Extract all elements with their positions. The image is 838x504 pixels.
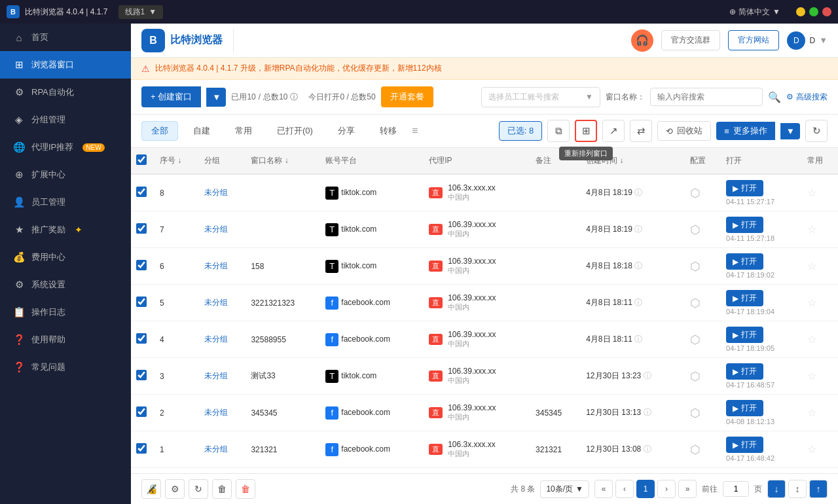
- batch-refresh-button[interactable]: ↻: [189, 479, 208, 499]
- close-button[interactable]: ×: [822, 7, 831, 16]
- star-button[interactable]: ☆: [807, 444, 816, 455]
- sidebar-item-proxy[interactable]: 🌐 代理IP推荐 NEW: [0, 134, 131, 161]
- sidebar-item-settings[interactable]: ⚙ 系统设置: [0, 271, 131, 298]
- more-actions-dropdown[interactable]: ▼: [780, 123, 800, 139]
- recycle-bin-button[interactable]: ⟲ 回收站: [657, 121, 711, 141]
- create-window-button[interactable]: + 创建窗口: [141, 86, 201, 107]
- fingerprint-button[interactable]: ⬡: [690, 223, 701, 236]
- fingerprint-button[interactable]: ⬡: [690, 406, 701, 420]
- fingerprint-button[interactable]: ⬡: [690, 187, 701, 200]
- fingerprint-button[interactable]: ⬡: [690, 443, 701, 456]
- next-page-button[interactable]: ›: [657, 480, 676, 498]
- created-info-icon[interactable]: ⓘ: [634, 225, 642, 234]
- open-window-button[interactable]: ▶ 打开: [726, 253, 763, 270]
- row-checkbox[interactable]: [136, 260, 147, 270]
- window-name-search[interactable]: [650, 88, 763, 106]
- filter-self[interactable]: 自建: [183, 121, 220, 141]
- maximize-button[interactable]: □: [809, 7, 818, 16]
- batch-recycle-button[interactable]: 🗑: [212, 479, 232, 499]
- sidebar-item-billing[interactable]: 💰 费用中心: [0, 243, 131, 271]
- batch-delete-button[interactable]: 🗑: [236, 479, 255, 499]
- row-checkbox[interactable]: [136, 443, 147, 454]
- search-button[interactable]: 🔍: [768, 91, 781, 103]
- star-button[interactable]: ☆: [807, 334, 816, 345]
- star-button[interactable]: ☆: [807, 407, 816, 418]
- move-action-button[interactable]: ⇄: [630, 120, 652, 142]
- sidebar-item-logs[interactable]: 📋 操作日志: [0, 298, 131, 326]
- fingerprint-button[interactable]: ⬡: [690, 260, 701, 273]
- upgrade-button[interactable]: 开通套餐: [381, 86, 433, 107]
- row-checkbox[interactable]: [136, 370, 147, 380]
- first-page-button[interactable]: «: [594, 480, 613, 498]
- open-window-button[interactable]: ▶ 打开: [726, 327, 763, 343]
- sidebar-item-employees[interactable]: 👤 员工管理: [0, 189, 131, 216]
- fingerprint-button[interactable]: ⬡: [690, 297, 701, 310]
- sidebar-item-faq[interactable]: ❓ 常见问题: [0, 353, 131, 381]
- filter-all[interactable]: 全部: [141, 121, 178, 141]
- row-checkbox[interactable]: [136, 406, 147, 417]
- created-info-icon[interactable]: ⓘ: [644, 444, 651, 454]
- open-window-button[interactable]: ▶ 打开: [726, 180, 763, 196]
- open-window-button[interactable]: ▶ 打开: [726, 217, 763, 233]
- star-button[interactable]: ☆: [807, 370, 816, 382]
- open-window-button[interactable]: ▶ 打开: [726, 290, 763, 306]
- open-window-button[interactable]: ▶ 打开: [726, 437, 763, 453]
- per-page-selector[interactable]: 10条/页 ▼: [540, 480, 589, 498]
- sidebar-item-home[interactable]: ⌂ 首页: [0, 24, 131, 51]
- community-button[interactable]: 官方交流群: [661, 30, 720, 50]
- filter-more-icon[interactable]: ≡: [412, 125, 418, 137]
- open-window-button[interactable]: ▶ 打开: [726, 363, 763, 380]
- created-info-icon[interactable]: ⓘ: [634, 261, 642, 270]
- filter-common[interactable]: 常用: [225, 121, 262, 141]
- star-button[interactable]: ☆: [807, 187, 816, 198]
- employee-selector[interactable]: 选择员工工账号搜索 ▼: [481, 87, 600, 107]
- filter-open[interactable]: 已打开(0): [267, 121, 323, 141]
- headset-button[interactable]: 🎧: [631, 29, 653, 52]
- created-info-icon[interactable]: ⓘ: [634, 298, 642, 307]
- scroll-up-button[interactable]: ↑: [809, 480, 828, 498]
- batch-settings-button[interactable]: ⚙: [165, 479, 185, 499]
- row-checkbox[interactable]: [136, 333, 147, 344]
- refresh-button[interactable]: ↻: [805, 120, 828, 142]
- row-checkbox[interactable]: [136, 223, 147, 234]
- row-checkbox[interactable]: [136, 297, 147, 307]
- star-button[interactable]: ☆: [807, 261, 816, 272]
- sidebar-item-help[interactable]: ❓ 使用帮助: [0, 326, 131, 353]
- last-page-button[interactable]: »: [678, 480, 697, 498]
- star-button[interactable]: ☆: [807, 297, 816, 308]
- language-selector[interactable]: ⊕ 简体中文 ▼: [729, 7, 780, 18]
- created-info-icon[interactable]: ⓘ: [634, 188, 642, 197]
- star-button[interactable]: ☆: [807, 224, 816, 235]
- collapse-button[interactable]: ↕: [788, 480, 807, 498]
- filter-transfer[interactable]: 转移: [370, 121, 407, 141]
- goto-page-input[interactable]: [723, 481, 749, 497]
- copy-action-button[interactable]: ⧉: [547, 120, 570, 142]
- page-1-button[interactable]: 1: [636, 480, 655, 498]
- advanced-search-button[interactable]: ⚙ 高级搜索: [786, 92, 828, 103]
- scroll-down-button[interactable]: ↓: [767, 480, 786, 498]
- minimize-button[interactable]: —: [796, 7, 805, 16]
- more-actions-button[interactable]: ≡ 更多操作: [716, 122, 775, 140]
- create-window-dropdown[interactable]: ▼: [206, 88, 226, 107]
- select-all-checkbox[interactable]: [136, 154, 147, 165]
- fingerprint-button[interactable]: ⬡: [690, 333, 701, 346]
- row-checkbox[interactable]: [136, 187, 147, 197]
- created-info-icon[interactable]: ⓘ: [644, 371, 651, 380]
- official-website-button[interactable]: 官方网站: [728, 30, 779, 50]
- quota-info-icon[interactable]: ⓘ: [290, 92, 298, 103]
- sidebar-item-groups[interactable]: ◈ 分组管理: [0, 106, 131, 134]
- line-selector[interactable]: 线路1 ▼: [118, 5, 164, 19]
- created-info-icon[interactable]: ⓘ: [634, 334, 642, 344]
- sidebar-item-rpa[interactable]: ⚙ RPA自动化: [0, 79, 131, 106]
- open-window-button[interactable]: ▶ 打开: [726, 400, 763, 416]
- created-info-icon[interactable]: ⓘ: [644, 408, 651, 417]
- user-dropdown-arrow[interactable]: ▼: [819, 35, 828, 45]
- sidebar-item-extensions[interactable]: ⊕ 扩展中心: [0, 161, 131, 189]
- share-action-button[interactable]: ↗: [602, 120, 625, 142]
- sidebar-item-promotions[interactable]: ★ 推广奖励 ✦: [0, 216, 131, 243]
- rearrange-button[interactable]: ⊞ 重新排列窗口: [575, 120, 597, 142]
- prev-page-button[interactable]: ‹: [615, 480, 634, 498]
- sidebar-item-browser[interactable]: ⊞ 浏览器窗口: [0, 51, 131, 79]
- filter-share[interactable]: 分享: [328, 121, 365, 141]
- batch-fingerprint-button[interactable]: 🔏: [141, 479, 161, 499]
